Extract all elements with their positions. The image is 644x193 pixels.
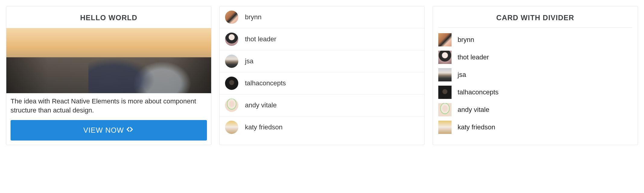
user-name: thot leader [458, 53, 489, 61]
hello-world-card: HELLO WORLD The idea with React Native E… [6, 6, 211, 145]
avatar [225, 55, 238, 68]
list-item[interactable]: andy vitale [438, 103, 632, 116]
user-name: jsa [245, 57, 253, 65]
card-hero-image [6, 28, 211, 93]
list-item[interactable]: jsa [438, 68, 632, 81]
user-name: thot leader [245, 35, 276, 43]
button-label: VIEW NOW [83, 126, 124, 134]
avatar [225, 99, 238, 112]
card-title: CARD WITH DIVIDER [433, 6, 638, 27]
view-now-button[interactable]: VIEW NOW [11, 120, 207, 141]
user-name: andy vitale [458, 106, 489, 114]
avatar [438, 51, 452, 64]
list-item[interactable]: brynn [438, 33, 632, 46]
card-with-divider: CARD WITH DIVIDER brynn thot leader jsa … [433, 6, 638, 145]
user-name: brynn [245, 13, 262, 21]
avatar [438, 103, 452, 116]
user-name: andy vitale [245, 101, 277, 109]
code-icon [125, 125, 134, 136]
card-description: The idea with React Native Elements is m… [11, 97, 207, 115]
card-title: HELLO WORLD [6, 6, 211, 28]
list-item[interactable]: jsa [220, 50, 424, 72]
avatar [225, 33, 238, 46]
avatar [438, 33, 452, 46]
user-name: talhaconcepts [245, 79, 286, 87]
list-item[interactable]: thot leader [438, 51, 632, 64]
avatar [438, 86, 452, 99]
user-name: katy friedson [245, 123, 283, 131]
list-item[interactable]: katy friedson [220, 116, 424, 138]
list-item[interactable]: brynn [220, 6, 424, 28]
list-item[interactable]: talhaconcepts [438, 86, 632, 99]
user-name: katy friedson [458, 123, 495, 131]
user-name: talhaconcepts [458, 88, 499, 96]
user-name: brynn [458, 36, 474, 44]
avatar [438, 121, 452, 134]
avatar [225, 11, 238, 24]
avatar [438, 68, 452, 81]
user-name: jsa [458, 71, 466, 79]
list-item[interactable]: thot leader [220, 28, 424, 50]
card-body: The idea with React Native Elements is m… [6, 93, 211, 145]
user-list-card: brynn thot leader jsa talhaconcepts andy… [219, 6, 425, 145]
divider [438, 27, 632, 28]
list-item[interactable]: talhaconcepts [220, 72, 424, 94]
list-item[interactable]: andy vitale [220, 94, 424, 116]
avatar [225, 121, 238, 134]
card-body: brynn thot leader jsa talhaconcepts andy… [433, 33, 638, 139]
list-item[interactable]: katy friedson [438, 121, 632, 134]
avatar [225, 77, 238, 90]
